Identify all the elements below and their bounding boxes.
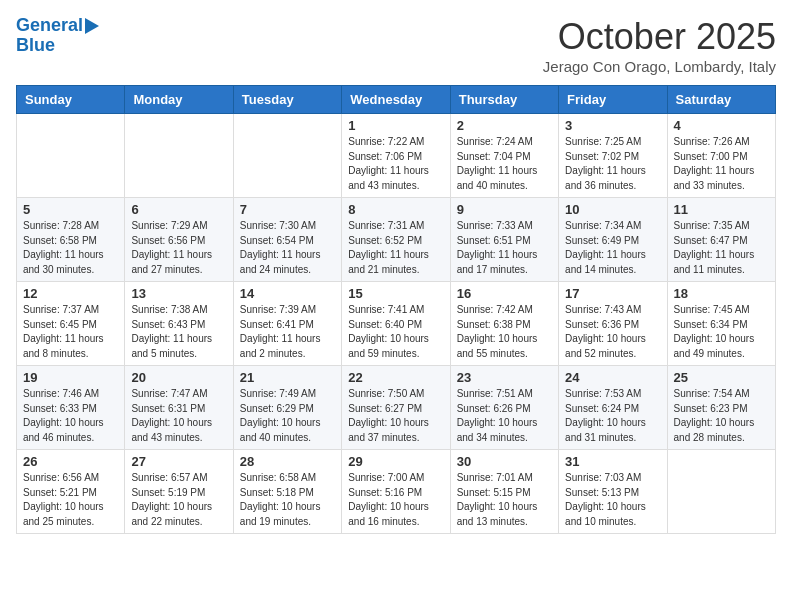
day-number: 13: [131, 286, 226, 301]
day-info: Sunrise: 7:30 AMSunset: 6:54 PMDaylight:…: [240, 219, 335, 277]
calendar-cell: 25Sunrise: 7:54 AMSunset: 6:23 PMDayligh…: [667, 366, 775, 450]
day-info: Sunrise: 7:00 AMSunset: 5:16 PMDaylight:…: [348, 471, 443, 529]
day-number: 24: [565, 370, 660, 385]
day-info: Sunrise: 7:22 AMSunset: 7:06 PMDaylight:…: [348, 135, 443, 193]
day-number: 2: [457, 118, 552, 133]
day-info: Sunrise: 7:46 AMSunset: 6:33 PMDaylight:…: [23, 387, 118, 445]
calendar-cell: 3Sunrise: 7:25 AMSunset: 7:02 PMDaylight…: [559, 114, 667, 198]
day-number: 6: [131, 202, 226, 217]
day-number: 8: [348, 202, 443, 217]
day-header-thursday: Thursday: [450, 86, 558, 114]
day-number: 11: [674, 202, 769, 217]
calendar-cell: 19Sunrise: 7:46 AMSunset: 6:33 PMDayligh…: [17, 366, 125, 450]
calendar-cell: 4Sunrise: 7:26 AMSunset: 7:00 PMDaylight…: [667, 114, 775, 198]
day-info: Sunrise: 7:39 AMSunset: 6:41 PMDaylight:…: [240, 303, 335, 361]
calendar-cell: 15Sunrise: 7:41 AMSunset: 6:40 PMDayligh…: [342, 282, 450, 366]
calendar-cell: 2Sunrise: 7:24 AMSunset: 7:04 PMDaylight…: [450, 114, 558, 198]
calendar-cell: 10Sunrise: 7:34 AMSunset: 6:49 PMDayligh…: [559, 198, 667, 282]
calendar-cell: 21Sunrise: 7:49 AMSunset: 6:29 PMDayligh…: [233, 366, 341, 450]
calendar-cell: 11Sunrise: 7:35 AMSunset: 6:47 PMDayligh…: [667, 198, 775, 282]
day-number: 30: [457, 454, 552, 469]
calendar-cell: 5Sunrise: 7:28 AMSunset: 6:58 PMDaylight…: [17, 198, 125, 282]
calendar-cell: 6Sunrise: 7:29 AMSunset: 6:56 PMDaylight…: [125, 198, 233, 282]
calendar-cell: 1Sunrise: 7:22 AMSunset: 7:06 PMDaylight…: [342, 114, 450, 198]
day-info: Sunrise: 7:54 AMSunset: 6:23 PMDaylight:…: [674, 387, 769, 445]
calendar-cell: 13Sunrise: 7:38 AMSunset: 6:43 PMDayligh…: [125, 282, 233, 366]
title-section: October 2025 Jerago Con Orago, Lombardy,…: [543, 16, 776, 75]
day-info: Sunrise: 7:51 AMSunset: 6:26 PMDaylight:…: [457, 387, 552, 445]
calendar-cell: 26Sunrise: 6:56 AMSunset: 5:21 PMDayligh…: [17, 450, 125, 534]
calendar-cell: [233, 114, 341, 198]
day-info: Sunrise: 7:26 AMSunset: 7:00 PMDaylight:…: [674, 135, 769, 193]
day-number: 25: [674, 370, 769, 385]
day-number: 31: [565, 454, 660, 469]
day-header-sunday: Sunday: [17, 86, 125, 114]
day-info: Sunrise: 7:34 AMSunset: 6:49 PMDaylight:…: [565, 219, 660, 277]
calendar-cell: 12Sunrise: 7:37 AMSunset: 6:45 PMDayligh…: [17, 282, 125, 366]
day-number: 7: [240, 202, 335, 217]
logo: General Blue: [16, 16, 99, 56]
month-title: October 2025: [543, 16, 776, 58]
day-info: Sunrise: 7:41 AMSunset: 6:40 PMDaylight:…: [348, 303, 443, 361]
day-info: Sunrise: 7:53 AMSunset: 6:24 PMDaylight:…: [565, 387, 660, 445]
calendar-cell: 28Sunrise: 6:58 AMSunset: 5:18 PMDayligh…: [233, 450, 341, 534]
day-number: 26: [23, 454, 118, 469]
logo-text-general: General: [16, 16, 83, 36]
day-info: Sunrise: 7:45 AMSunset: 6:34 PMDaylight:…: [674, 303, 769, 361]
calendar-cell: [667, 450, 775, 534]
day-number: 21: [240, 370, 335, 385]
day-number: 16: [457, 286, 552, 301]
calendar-cell: [17, 114, 125, 198]
location-text: Jerago Con Orago, Lombardy, Italy: [543, 58, 776, 75]
day-info: Sunrise: 7:47 AMSunset: 6:31 PMDaylight:…: [131, 387, 226, 445]
day-info: Sunrise: 7:24 AMSunset: 7:04 PMDaylight:…: [457, 135, 552, 193]
calendar-cell: 8Sunrise: 7:31 AMSunset: 6:52 PMDaylight…: [342, 198, 450, 282]
day-info: Sunrise: 6:57 AMSunset: 5:19 PMDaylight:…: [131, 471, 226, 529]
calendar-cell: 16Sunrise: 7:42 AMSunset: 6:38 PMDayligh…: [450, 282, 558, 366]
calendar-cell: 7Sunrise: 7:30 AMSunset: 6:54 PMDaylight…: [233, 198, 341, 282]
logo-text-blue: Blue: [16, 36, 55, 56]
calendar-cell: 24Sunrise: 7:53 AMSunset: 6:24 PMDayligh…: [559, 366, 667, 450]
logo-arrow-icon: [85, 18, 99, 34]
day-header-saturday: Saturday: [667, 86, 775, 114]
calendar-cell: 22Sunrise: 7:50 AMSunset: 6:27 PMDayligh…: [342, 366, 450, 450]
calendar-cell: 23Sunrise: 7:51 AMSunset: 6:26 PMDayligh…: [450, 366, 558, 450]
day-number: 15: [348, 286, 443, 301]
page-header: General Blue October 2025 Jerago Con Ora…: [16, 16, 776, 75]
day-header-tuesday: Tuesday: [233, 86, 341, 114]
day-number: 9: [457, 202, 552, 217]
day-number: 22: [348, 370, 443, 385]
calendar-cell: 9Sunrise: 7:33 AMSunset: 6:51 PMDaylight…: [450, 198, 558, 282]
day-info: Sunrise: 7:28 AMSunset: 6:58 PMDaylight:…: [23, 219, 118, 277]
day-info: Sunrise: 7:49 AMSunset: 6:29 PMDaylight:…: [240, 387, 335, 445]
calendar-cell: 31Sunrise: 7:03 AMSunset: 5:13 PMDayligh…: [559, 450, 667, 534]
calendar-cell: 14Sunrise: 7:39 AMSunset: 6:41 PMDayligh…: [233, 282, 341, 366]
day-info: Sunrise: 6:56 AMSunset: 5:21 PMDaylight:…: [23, 471, 118, 529]
day-number: 5: [23, 202, 118, 217]
calendar-cell: [125, 114, 233, 198]
day-number: 4: [674, 118, 769, 133]
day-number: 3: [565, 118, 660, 133]
calendar-cell: 30Sunrise: 7:01 AMSunset: 5:15 PMDayligh…: [450, 450, 558, 534]
day-number: 27: [131, 454, 226, 469]
day-number: 14: [240, 286, 335, 301]
calendar-cell: 17Sunrise: 7:43 AMSunset: 6:36 PMDayligh…: [559, 282, 667, 366]
day-info: Sunrise: 7:31 AMSunset: 6:52 PMDaylight:…: [348, 219, 443, 277]
day-header-friday: Friday: [559, 86, 667, 114]
day-number: 1: [348, 118, 443, 133]
day-number: 20: [131, 370, 226, 385]
day-number: 18: [674, 286, 769, 301]
day-number: 29: [348, 454, 443, 469]
day-info: Sunrise: 7:37 AMSunset: 6:45 PMDaylight:…: [23, 303, 118, 361]
day-info: Sunrise: 7:33 AMSunset: 6:51 PMDaylight:…: [457, 219, 552, 277]
day-number: 12: [23, 286, 118, 301]
day-info: Sunrise: 7:50 AMSunset: 6:27 PMDaylight:…: [348, 387, 443, 445]
day-info: Sunrise: 7:03 AMSunset: 5:13 PMDaylight:…: [565, 471, 660, 529]
day-header-wednesday: Wednesday: [342, 86, 450, 114]
calendar-table: SundayMondayTuesdayWednesdayThursdayFrid…: [16, 85, 776, 534]
day-info: Sunrise: 7:38 AMSunset: 6:43 PMDaylight:…: [131, 303, 226, 361]
day-info: Sunrise: 7:42 AMSunset: 6:38 PMDaylight:…: [457, 303, 552, 361]
calendar-cell: 18Sunrise: 7:45 AMSunset: 6:34 PMDayligh…: [667, 282, 775, 366]
calendar-cell: 27Sunrise: 6:57 AMSunset: 5:19 PMDayligh…: [125, 450, 233, 534]
day-info: Sunrise: 7:35 AMSunset: 6:47 PMDaylight:…: [674, 219, 769, 277]
